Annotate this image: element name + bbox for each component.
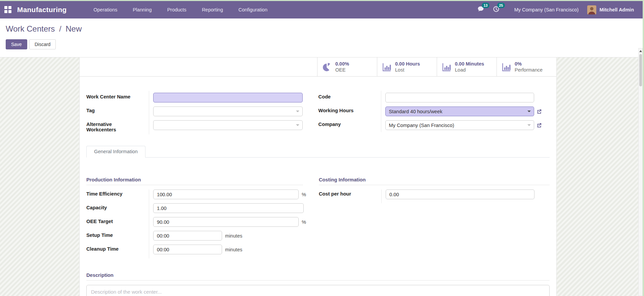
capacity-input[interactable] — [153, 203, 304, 213]
vertical-scrollbar[interactable] — [638, 48, 643, 296]
stat-performance-value: 0% — [515, 61, 543, 67]
breadcrumb: Work Centers / New — [6, 24, 82, 34]
oee-target-input[interactable] — [153, 217, 299, 227]
time-efficiency-input[interactable] — [153, 189, 299, 199]
stat-lost-value: 0.00 Hours — [395, 61, 420, 67]
stat-performance-label: Performance — [515, 67, 543, 73]
stat-lost-label: Lost — [395, 67, 420, 73]
stat-oee-button[interactable]: 0.00% OEE — [317, 57, 377, 76]
setup-time-label: Setup Time — [86, 231, 149, 245]
bar-chart-icon — [502, 62, 511, 72]
manufacturing-work-center-form: Manufacturing Operations Planning Produc… — [0, 0, 644, 296]
screen-edge-top — [0, 0, 644, 1]
work-center-name-label: Work Center Name — [86, 91, 149, 104]
working-hours-label: Working Hours — [318, 104, 381, 118]
cleanup-time-suffix: minutes — [225, 247, 242, 252]
activities-count-badge: 25 — [497, 3, 505, 8]
activities-button[interactable]: 25 — [493, 6, 500, 14]
work-center-name-input[interactable] — [153, 93, 303, 102]
menu-reporting[interactable]: Reporting — [201, 5, 224, 14]
stat-oee-label: OEE — [335, 67, 349, 73]
content-area: 0.00% OEE 0.00 Hours Lost — [0, 57, 644, 296]
menu-planning[interactable]: Planning — [132, 5, 152, 14]
company-select[interactable] — [385, 120, 534, 130]
oee-target-label: OEE Target — [86, 217, 149, 231]
capacity-label: Capacity — [86, 203, 149, 217]
production-information-title: Production Information — [86, 177, 303, 185]
time-efficiency-label: Time Efficiency — [86, 189, 149, 203]
messages-button[interactable]: 13 — [477, 6, 484, 14]
control-panel: Work Centers / New Save Discard — [0, 18, 644, 57]
code-label: Code — [318, 91, 381, 104]
user-menu[interactable]: Mitchell Admin — [587, 5, 634, 14]
right-field-group: Code Working Hours — [318, 91, 550, 134]
stat-load-value: 0.00 Minutes — [455, 61, 484, 67]
working-hours-external-link-icon[interactable] — [536, 109, 542, 114]
action-buttons: Save Discard — [6, 39, 56, 49]
cost-per-hour-input[interactable] — [386, 189, 534, 199]
tag-input[interactable] — [153, 107, 303, 116]
costing-information-title: Costing Information — [319, 177, 550, 185]
app-title[interactable]: Manufacturing — [17, 6, 67, 14]
menu-operations[interactable]: Operations — [93, 5, 118, 14]
setup-time-suffix: minutes — [225, 233, 242, 239]
breadcrumb-work-centers[interactable]: Work Centers — [6, 24, 55, 33]
company-external-link-icon[interactable] — [536, 123, 542, 128]
form-sheet: 0.00% OEE 0.00 Hours Lost — [79, 57, 557, 296]
cleanup-time-label: Cleanup Time — [86, 245, 149, 258]
apps-menu-icon[interactable] — [4, 6, 12, 13]
scroll-up-arrow[interactable] — [639, 48, 642, 53]
breadcrumb-new: New — [66, 24, 82, 33]
cost-per-hour-label: Cost per hour — [319, 189, 381, 203]
description-section: Description — [86, 272, 550, 296]
company-label: Company — [318, 118, 381, 132]
bar-chart-icon — [442, 62, 451, 72]
company-switcher[interactable]: My Company (San Francisco) — [514, 7, 579, 12]
alternative-workcenters-label: Alternative Workcenters — [86, 118, 127, 134]
user-name: Mitchell Admin — [599, 7, 634, 12]
description-title: Description — [86, 272, 550, 281]
screen-edge-right — [643, 0, 644, 296]
discard-button[interactable]: Discard — [29, 39, 56, 49]
messages-count-badge: 13 — [482, 3, 489, 8]
menu-configuration[interactable]: Configuration — [238, 5, 268, 14]
tag-label: Tag — [86, 104, 149, 118]
setup-time-input[interactable] — [153, 231, 222, 241]
form-fields: Work Center Name Tag Alternative Workcen… — [80, 77, 556, 296]
stat-performance-button[interactable]: 0% Performance — [497, 57, 556, 76]
time-efficiency-suffix: % — [302, 192, 306, 197]
top-navbar: Manufacturing Operations Planning Produc… — [0, 1, 644, 18]
stat-load-button[interactable]: 0.00 Minutes Load — [437, 57, 497, 76]
avatar — [587, 5, 596, 14]
notebook-tabs: General Information — [86, 146, 550, 158]
general-information-page: Production Information Time Efficiency %… — [86, 158, 550, 296]
main-menu: Operations Planning Products Reporting C… — [93, 5, 268, 14]
stat-oee-value: 0.00% — [335, 61, 349, 67]
working-hours-select[interactable] — [385, 107, 534, 116]
breadcrumb-separator: / — [59, 24, 61, 33]
scrollbar-thumb[interactable] — [639, 54, 642, 86]
costing-information-section: Costing Information Cost per hour — [319, 177, 550, 258]
stat-button-row: 0.00% OEE 0.00 Hours Lost — [80, 57, 556, 77]
cleanup-time-input[interactable] — [153, 245, 222, 254]
production-information-section: Production Information Time Efficiency %… — [86, 177, 303, 258]
left-field-group: Work Center Name Tag Alternative Workcen… — [86, 91, 303, 134]
bar-chart-icon — [382, 62, 391, 72]
menu-products[interactable]: Products — [167, 5, 187, 14]
stat-lost-button[interactable]: 0.00 Hours Lost — [377, 57, 437, 76]
stat-load-label: Load — [455, 67, 484, 73]
oee-target-suffix: % — [302, 219, 306, 225]
pie-chart-icon — [323, 62, 332, 72]
code-input[interactable] — [385, 93, 534, 102]
alternative-workcenters-input[interactable] — [153, 120, 303, 130]
save-button[interactable]: Save — [6, 39, 27, 49]
description-textarea[interactable] — [86, 285, 550, 296]
navbar-right: 13 25 My Company (San Francisco) — [477, 5, 634, 14]
tab-general-information[interactable]: General Information — [86, 146, 145, 158]
